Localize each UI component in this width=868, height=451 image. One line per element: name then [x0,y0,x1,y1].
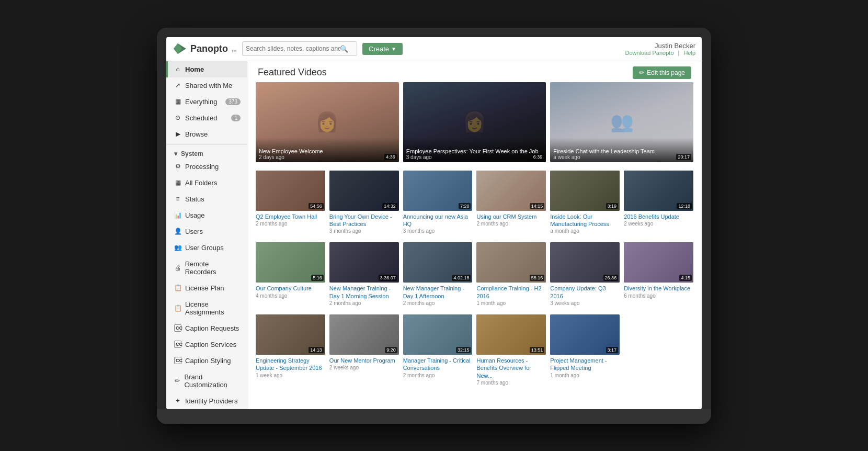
video-card-v13[interactable]: 14:13 Engineering Strategy Update - Sept… [256,314,325,386]
featured-video-3[interactable]: 👥 Fireside Chat with the Leadership Team… [550,82,693,162]
video-card-v5[interactable]: 3:19 Inside Look: Our Manufacturing Proc… [550,171,620,234]
sidebar-item-caption-services[interactable]: CC Caption Services [166,336,247,353]
caption-requests-icon: CC [174,324,181,332]
video-card-v8[interactable]: 3:36:07 New Manager Training - Day 1 Mor… [329,242,399,306]
v3-date: 3 months ago [403,228,473,234]
processing-icon: ⚙ [174,163,181,170]
sidebar-item-license-plan[interactable]: 📋 License Plan [166,280,247,296]
featured-video-3-overlay: Fireside Chat with the Leadership Team a… [550,138,693,162]
video-card-v3[interactable]: 7:20 Announcing our new Asia HQ 3 months… [403,171,473,234]
top-nav: Panopto ™ 🔍 Create ▼ Justin Becker Downl… [166,37,702,61]
v4-title: Using our CRM System [476,213,546,220]
v12-duration: 4:15 [679,275,692,281]
logo-text: Panopto [190,43,228,54]
video-card-v7[interactable]: 5:16 Our Company Culture 4 months ago [256,242,325,306]
v16-title: Human Resources - Benefits Overview for … [476,357,546,379]
v10-title: Compliance Training - H2 2016 [476,285,546,300]
v7-date: 4 months ago [256,293,325,299]
video-card-v14[interactable]: 9:20 Our New Mentor Program 2 weeks ago [329,314,399,386]
v9-duration: 4:02:18 [452,275,471,281]
video-row-1: 54:56 Q2 Employee Town Hall 2 months ago… [247,171,702,235]
user-groups-icon: 👥 [174,244,181,251]
user-name[interactable]: Justin Becker [625,42,695,50]
sidebar-item-status[interactable]: ≡ Status [166,191,247,207]
remote-recorders-icon: 🖨 [174,264,181,272]
v9-date: 2 months ago [403,300,473,306]
v11-duration: 26:36 [603,275,619,281]
video-row-3: 14:13 Engineering Strategy Update - Sept… [247,311,702,394]
v1-title: Q2 Employee Town Hall [256,213,325,220]
v7-duration: 5:16 [311,275,324,281]
nav-left: Panopto ™ 🔍 Create ▼ [173,41,403,56]
edit-page-button[interactable]: ✏ Edit this page [633,66,691,79]
video-row-2: 5:16 Our Company Culture 4 months ago 3:… [247,239,702,307]
identity-providers-icon: ✦ [174,397,181,404]
usage-icon: 📊 [174,211,181,219]
edit-icon: ✏ [639,69,644,76]
content-area: Featured Videos ✏ Edit this page 👩 [247,61,702,409]
v14-duration: 9:20 [385,347,397,353]
sidebar-item-system-header: ▾ System [166,147,247,159]
logo[interactable]: Panopto ™ [173,41,237,56]
sidebar-item-home[interactable]: ⌂ Home [166,61,247,77]
v8-date: 2 months ago [329,300,399,306]
video-card-v11[interactable]: 26:36 Company Update: Q3 2016 3 weeks ag… [550,242,620,306]
home-icon: ⌂ [174,65,181,73]
video-card-v9[interactable]: 4:02:18 New Manager Training - Day 1 Aft… [403,242,473,306]
video-card-v12[interactable]: 4:15 Diversity in the Workplace 6 months… [624,242,693,306]
sidebar-item-processing[interactable]: ⚙ Processing [166,159,247,175]
create-button[interactable]: Create ▼ [362,43,403,55]
laptop-frame: Panopto ™ 🔍 Create ▼ Justin Becker Downl… [157,28,711,424]
featured-video-2[interactable]: 👩 Employee Perspectives: Your First Week… [403,82,546,162]
featured-video-1-date: 2 days ago [259,154,396,160]
featured-videos-row: 👩 New Employee Welcome 2 days ago 4:36 [247,82,702,166]
sidebar-item-users[interactable]: 👤 Users [166,223,247,240]
featured-video-3-date: a week ago [553,154,690,160]
v6-duration: 12:18 [677,203,692,209]
featured-video-1-duration: 4:36 [384,154,397,160]
video-card-v4[interactable]: 14:15 Using our CRM System 2 months ago [476,171,546,234]
shared-icon: ↗ [174,82,181,89]
v16-date: 7 months ago [476,380,546,386]
sidebar-item-all-folders[interactable]: ▦ All Folders [166,175,247,191]
featured-videos-title: Featured Videos [258,67,327,78]
video-card-v1[interactable]: 54:56 Q2 Employee Town Hall 2 months ago [256,171,325,234]
video-card-v6[interactable]: 12:18 2016 Benefits Update 2 weeks ago [624,171,693,234]
sidebar-item-browse[interactable]: ▶ Browse [166,126,247,142]
video-card-v16[interactable]: 13:51 Human Resources - Benefits Overvie… [476,314,546,386]
video-card-v15[interactable]: 32:15 Manager Training - Critical Conver… [403,314,473,386]
v15-duration: 32:15 [456,347,471,353]
sidebar-item-user-groups[interactable]: 👥 User Groups [166,240,247,256]
sidebar-item-everything[interactable]: ▦ Everything 373 [166,94,247,110]
v1-duration: 54:56 [309,203,324,209]
create-dropdown-arrow: ▼ [391,46,396,52]
featured-video-1[interactable]: 👩 New Employee Welcome 2 days ago 4:36 [256,82,399,162]
sidebar-item-remote-recorders[interactable]: 🖨 Remote Recorders [166,256,247,280]
panopto-logo-icon [173,41,187,56]
everything-badge: 373 [225,98,241,105]
search-box[interactable]: 🔍 [242,41,357,56]
video-card-v10[interactable]: 58:16 Compliance Training - H2 2016 1 mo… [476,242,546,306]
search-input[interactable] [246,45,340,52]
sidebar-item-license-assignments[interactable]: 📋 License Assignments [166,296,247,320]
v5-duration: 3:19 [606,203,619,209]
featured-video-1-title: New Employee Welcome [259,148,396,154]
sidebar-item-brand-customization[interactable]: ✏ Brand Customization [166,369,247,393]
video-card-v17[interactable]: 3:17 Project Management - Flipped Meetin… [550,314,620,386]
sidebar-item-shared[interactable]: ↗ Shared with Me [166,77,247,94]
v14-title: Our New Mentor Program [329,357,399,364]
v2-title: Bring Your Own Device - Best Practices [329,213,399,228]
sidebar-item-identity-providers[interactable]: ✦ Identity Providers [166,393,247,409]
sidebar-item-caption-requests[interactable]: CC Caption Requests [166,320,247,336]
sidebar-item-scheduled[interactable]: ⊙ Scheduled 1 [166,110,247,126]
v12-title: Diversity in the Workplace [624,285,693,292]
video-card-v2[interactable]: 14:32 Bring Your Own Device - Best Pract… [329,171,399,234]
v17-duration: 3:17 [606,347,619,353]
v10-date: 1 month ago [476,300,546,306]
sidebar-item-usage[interactable]: 📊 Usage [166,207,247,223]
sidebar-item-caption-styling[interactable]: CC Caption Styling [166,353,247,369]
help-link[interactable]: Help [683,50,695,56]
download-link[interactable]: Download Panopto [625,50,674,56]
search-icon: 🔍 [340,45,348,53]
nav-links: Download Panopto | Help [625,50,695,56]
